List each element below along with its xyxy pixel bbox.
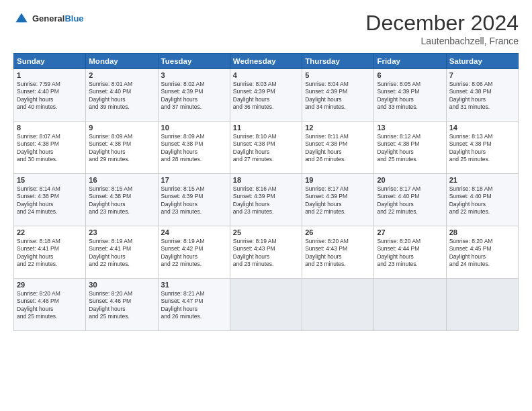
day-number: 27 [377,228,443,236]
calendar-cell: 22 Sunrise: 8:18 AM Sunset: 4:41 PM Dayl… [14,226,86,279]
header-thursday: Thursday [302,54,374,69]
logo-blue: Blue [64,13,83,24]
day-info: Sunrise: 7:59 AM Sunset: 4:40 PM Dayligh… [17,81,83,111]
calendar-cell: 23 Sunrise: 8:19 AM Sunset: 4:41 PM Dayl… [86,226,158,279]
day-info: Sunrise: 8:14 AM Sunset: 4:38 PM Dayligh… [17,185,83,216]
day-info: Sunrise: 8:20 AM Sunset: 4:46 PM Dayligh… [89,290,154,321]
calendar-row-2: 8 Sunrise: 8:07 AM Sunset: 4:38 PM Dayli… [14,122,519,174]
calendar-cell: 4 Sunrise: 8:03 AM Sunset: 4:39 PM Dayli… [230,69,302,122]
day-number: 7 [449,71,515,79]
day-info: Sunrise: 8:12 AM Sunset: 4:38 PM Dayligh… [377,133,443,164]
calendar-row-3: 15 Sunrise: 8:14 AM Sunset: 4:38 PM Dayl… [14,174,519,226]
calendar-cell: 17 Sunrise: 8:15 AM Sunset: 4:39 PM Dayl… [158,174,230,226]
calendar-cell: 31 Sunrise: 8:21 AM Sunset: 4:47 PM Dayl… [158,279,230,331]
day-info: Sunrise: 8:03 AM Sunset: 4:39 PM Dayligh… [233,81,299,111]
calendar-cell: 16 Sunrise: 8:15 AM Sunset: 4:38 PM Dayl… [86,174,158,226]
day-number: 4 [233,71,299,79]
day-number: 26 [305,228,371,236]
day-number: 13 [377,124,443,132]
day-info: Sunrise: 8:09 AM Sunset: 4:38 PM Dayligh… [89,133,154,164]
day-info: Sunrise: 8:17 AM Sunset: 4:40 PM Dayligh… [377,185,443,216]
calendar-cell: 26 Sunrise: 8:20 AM Sunset: 4:43 PM Dayl… [302,226,374,279]
calendar-cell [230,279,302,331]
calendar-cell: 18 Sunrise: 8:16 AM Sunset: 4:39 PM Dayl… [230,174,302,226]
day-info: Sunrise: 8:18 AM Sunset: 4:40 PM Dayligh… [449,185,515,216]
calendar-cell [374,279,446,331]
day-info: Sunrise: 8:20 AM Sunset: 4:45 PM Dayligh… [449,238,515,269]
calendar-cell: 20 Sunrise: 8:17 AM Sunset: 4:40 PM Dayl… [374,174,446,226]
day-number: 21 [449,176,515,184]
svg-rect-1 [19,17,24,22]
calendar-cell: 12 Sunrise: 8:11 AM Sunset: 4:38 PM Dayl… [302,122,374,174]
day-number: 6 [377,71,443,79]
calendar-cell: 5 Sunrise: 8:04 AM Sunset: 4:39 PM Dayli… [302,69,374,122]
day-info: Sunrise: 8:10 AM Sunset: 4:38 PM Dayligh… [233,133,299,164]
calendar-table: SundayMondayTuesdayWednesdayThursdayFrid… [13,53,519,331]
calendar-row-4: 22 Sunrise: 8:18 AM Sunset: 4:41 PM Dayl… [14,226,519,279]
header-wednesday: Wednesday [230,54,302,69]
day-number: 29 [17,281,83,289]
logo-icon [13,11,30,27]
calendar-row-5: 29 Sunrise: 8:20 AM Sunset: 4:46 PM Dayl… [14,279,519,331]
calendar-row-1: 1 Sunrise: 7:59 AM Sunset: 4:40 PM Dayli… [14,69,519,122]
calendar-cell: 14 Sunrise: 8:13 AM Sunset: 4:38 PM Dayl… [446,122,518,174]
day-number: 11 [233,124,299,132]
day-number: 9 [89,124,154,132]
day-info: Sunrise: 8:20 AM Sunset: 4:43 PM Dayligh… [305,238,371,269]
day-number: 19 [305,176,371,184]
day-number: 22 [17,228,83,236]
calendar-cell: 25 Sunrise: 8:19 AM Sunset: 4:43 PM Dayl… [230,226,302,279]
calendar-cell: 15 Sunrise: 8:14 AM Sunset: 4:38 PM Dayl… [14,174,86,226]
title-block: December 2024 Lautenbachzell, France [365,11,519,46]
day-number: 10 [161,124,227,132]
calendar-header: SundayMondayTuesdayWednesdayThursdayFrid… [14,54,519,69]
day-info: Sunrise: 8:02 AM Sunset: 4:39 PM Dayligh… [161,81,227,111]
header-sunday: Sunday [14,54,86,69]
day-info: Sunrise: 8:07 AM Sunset: 4:38 PM Dayligh… [17,133,83,164]
calendar-cell: 2 Sunrise: 8:01 AM Sunset: 4:40 PM Dayli… [86,69,158,122]
calendar-cell: 6 Sunrise: 8:05 AM Sunset: 4:39 PM Dayli… [374,69,446,122]
calendar-cell [302,279,374,331]
day-info: Sunrise: 8:21 AM Sunset: 4:47 PM Dayligh… [161,290,227,321]
calendar-cell: 30 Sunrise: 8:20 AM Sunset: 4:46 PM Dayl… [86,279,158,331]
calendar-cell: 3 Sunrise: 8:02 AM Sunset: 4:39 PM Dayli… [158,69,230,122]
day-info: Sunrise: 8:16 AM Sunset: 4:39 PM Dayligh… [233,185,299,216]
day-info: Sunrise: 8:06 AM Sunset: 4:38 PM Dayligh… [449,81,515,111]
header-tuesday: Tuesday [158,54,230,69]
day-number: 1 [17,71,83,79]
location-subtitle: Lautenbachzell, France [365,36,519,46]
day-number: 23 [89,228,154,236]
calendar-cell: 10 Sunrise: 8:09 AM Sunset: 4:38 PM Dayl… [158,122,230,174]
calendar-cell: 13 Sunrise: 8:12 AM Sunset: 4:38 PM Dayl… [374,122,446,174]
day-number: 5 [305,71,371,79]
month-title: December 2024 [365,11,519,36]
day-number: 14 [449,124,515,132]
logo: GeneralBlue [13,11,84,27]
day-info: Sunrise: 8:18 AM Sunset: 4:41 PM Dayligh… [17,238,83,269]
calendar-cell [446,279,518,331]
day-number: 16 [89,176,154,184]
day-number: 24 [161,228,227,236]
calendar-cell: 24 Sunrise: 8:19 AM Sunset: 4:42 PM Dayl… [158,226,230,279]
calendar-cell: 21 Sunrise: 8:18 AM Sunset: 4:40 PM Dayl… [446,174,518,226]
calendar-cell: 29 Sunrise: 8:20 AM Sunset: 4:46 PM Dayl… [14,279,86,331]
day-info: Sunrise: 8:20 AM Sunset: 4:44 PM Dayligh… [377,238,443,269]
calendar-body: 1 Sunrise: 7:59 AM Sunset: 4:40 PM Dayli… [14,69,519,331]
day-number: 3 [161,71,227,79]
logo-text: GeneralBlue [32,13,84,24]
day-number: 28 [449,228,515,236]
day-info: Sunrise: 8:05 AM Sunset: 4:39 PM Dayligh… [377,81,443,111]
header-saturday: Saturday [446,54,518,69]
header-monday: Monday [86,54,158,69]
day-info: Sunrise: 8:09 AM Sunset: 4:38 PM Dayligh… [161,133,227,164]
day-info: Sunrise: 8:15 AM Sunset: 4:38 PM Dayligh… [89,185,154,216]
day-info: Sunrise: 8:01 AM Sunset: 4:40 PM Dayligh… [89,81,154,111]
calendar-cell: 28 Sunrise: 8:20 AM Sunset: 4:45 PM Dayl… [446,226,518,279]
day-info: Sunrise: 8:15 AM Sunset: 4:39 PM Dayligh… [161,185,227,216]
day-info: Sunrise: 8:19 AM Sunset: 4:41 PM Dayligh… [89,238,154,269]
calendar-cell: 1 Sunrise: 7:59 AM Sunset: 4:40 PM Dayli… [14,69,86,122]
header-friday: Friday [374,54,446,69]
day-info: Sunrise: 8:11 AM Sunset: 4:38 PM Dayligh… [305,133,371,164]
page: GeneralBlue December 2024 Lautenbachzell… [0,0,532,411]
day-number: 18 [233,176,299,184]
